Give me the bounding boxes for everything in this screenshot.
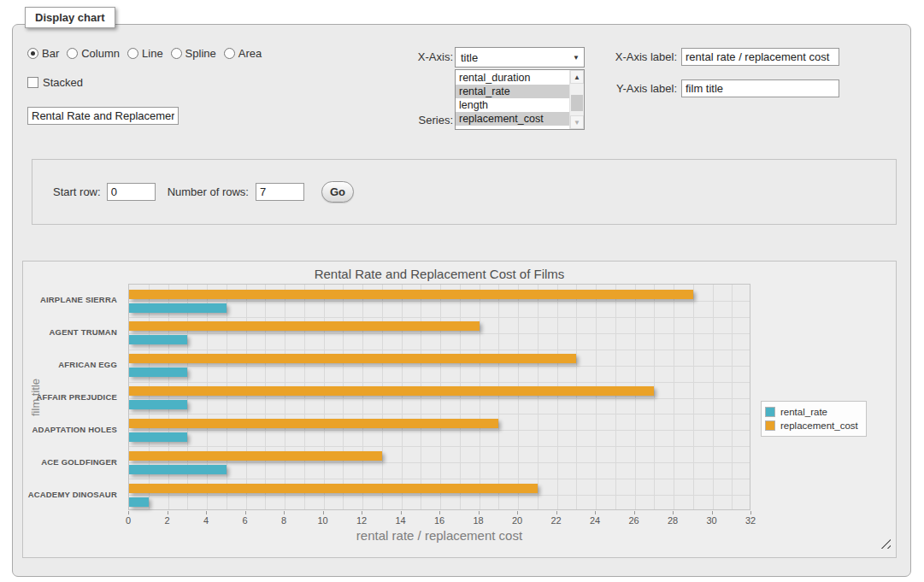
x-tick-mark: [128, 511, 129, 514]
x-tick-mark: [712, 511, 713, 514]
x-tick-mark: [362, 511, 362, 514]
radio-label: Area: [238, 47, 262, 60]
x-tick-label: 4: [192, 515, 220, 526]
x-tick-mark: [439, 511, 440, 514]
resize-grip-icon[interactable]: [880, 538, 891, 549]
gridline-horizontal: [129, 414, 750, 414]
gridline-vertical: [538, 285, 539, 509]
bar-replacement_cost: [129, 386, 654, 396]
x-tick-label: 30: [698, 515, 726, 526]
radio-bar[interactable]: [27, 48, 38, 59]
gridline-vertical: [324, 285, 325, 509]
gridline-vertical: [596, 285, 597, 509]
gridline-vertical: [693, 285, 694, 509]
x-axis-label-input[interactable]: [681, 48, 839, 66]
gridline-vertical: [382, 285, 383, 509]
gridline-vertical: [576, 285, 577, 509]
gridline-vertical: [440, 285, 441, 509]
x-tick-mark: [245, 511, 246, 514]
series-list-scrollbar[interactable]: ▲ ▼: [569, 70, 584, 129]
gridline-vertical: [304, 285, 305, 509]
x-tick-label: 32: [737, 515, 764, 526]
category-label: ADAPTATION HOLES: [28, 413, 123, 445]
gridline-vertical: [265, 285, 266, 509]
chart-type-group: BarColumnLineSplineArea: [27, 47, 262, 60]
category-label: AGENT TRUMAN: [28, 316, 123, 349]
x-tick-mark: [323, 511, 324, 514]
plot-area: [128, 284, 750, 510]
gridline-vertical: [732, 285, 733, 509]
bar-rental_rate: [129, 432, 187, 442]
series-listbox-options: rental_durationrental_ratelengthreplacem…: [456, 70, 569, 129]
bar-replacement_cost: [129, 290, 693, 299]
radio-label: Line: [142, 47, 163, 60]
radio-label: Column: [81, 47, 120, 60]
number-of-rows-input[interactable]: [256, 183, 304, 201]
series-listbox[interactable]: rental_durationrental_ratelengthreplacem…: [455, 69, 585, 130]
x-tick-mark: [556, 511, 557, 514]
chart-type-option-line[interactable]: Line: [127, 47, 163, 60]
row-range-panel: Start row: Number of rows: Go: [32, 159, 897, 225]
gridline-horizontal: [129, 430, 750, 431]
x-axis-label-caption: X-Axis label:: [604, 48, 677, 66]
y-axis-label-caption: Y-Axis label:: [604, 79, 677, 97]
gridline-horizontal: [129, 317, 750, 318]
gridline-horizontal: [129, 495, 750, 496]
y-axis-label-input[interactable]: [681, 79, 839, 97]
gridline-vertical: [615, 285, 616, 509]
x-tick-label: 14: [387, 515, 415, 526]
x-tick-mark: [595, 511, 596, 514]
panel-legend: Display chart: [25, 7, 115, 28]
bar-rental_rate: [129, 497, 149, 507]
scrollbar-thumb[interactable]: [571, 95, 583, 111]
x-tick-mark: [284, 511, 285, 514]
x-tick-mark: [517, 511, 518, 514]
x-tick-label: 26: [621, 515, 648, 526]
series-caption: Series:: [380, 114, 453, 126]
bar-rental_rate: [129, 335, 187, 344]
gridline-vertical: [498, 285, 499, 509]
chart-type-option-area[interactable]: Area: [224, 47, 262, 60]
chart-title-input[interactable]: [27, 107, 179, 125]
chart-type-option-bar[interactable]: Bar: [27, 47, 59, 60]
radio-label: Spline: [185, 47, 216, 60]
radio-spline[interactable]: [171, 48, 182, 59]
bar-rental_rate: [129, 400, 187, 409]
x-axis-title: rental rate / replacement cost: [128, 528, 750, 543]
chart-type-option-column[interactable]: Column: [67, 47, 120, 60]
bar-rental_rate: [129, 465, 227, 474]
category-label: ACADEMY DINOSAUR: [28, 478, 123, 510]
gridline-vertical: [149, 285, 150, 509]
scroll-down-icon[interactable]: ▼: [570, 115, 584, 129]
x-axis-select[interactable]: title ▼: [455, 47, 585, 68]
start-row-input[interactable]: [107, 183, 156, 201]
radio-line[interactable]: [127, 48, 138, 59]
chart-type-option-spline[interactable]: Spline: [171, 47, 216, 60]
series-option-rental_duration[interactable]: rental_duration: [456, 71, 569, 85]
radio-label: Bar: [42, 47, 59, 60]
stacked-checkbox[interactable]: [27, 77, 38, 88]
x-tick-mark: [401, 511, 402, 514]
scroll-up-icon[interactable]: ▲: [570, 70, 584, 84]
gridline-vertical: [207, 285, 208, 509]
radio-column[interactable]: [67, 48, 78, 59]
series-option-rental_rate[interactable]: rental_rate: [456, 85, 569, 98]
gridline-horizontal: [129, 366, 750, 367]
display-chart-panel: Display chart BarColumnLineSplineArea St…: [12, 24, 911, 577]
x-tick-label: 12: [348, 515, 375, 526]
gridline-horizontal: [129, 301, 750, 302]
gridline-vertical: [187, 285, 188, 509]
x-tick-label: 20: [503, 515, 531, 526]
radio-area[interactable]: [224, 48, 235, 59]
gridline-horizontal: [129, 446, 750, 447]
x-tick-label: 18: [465, 515, 492, 526]
gridline-vertical: [362, 285, 363, 509]
x-tick-mark: [479, 511, 480, 514]
series-option-replacement_cost[interactable]: replacement_cost: [456, 112, 569, 126]
gridline-vertical: [421, 285, 421, 509]
series-option-length[interactable]: length: [456, 98, 569, 112]
x-tick-label: 0: [115, 515, 142, 526]
x-tick-label: 2: [154, 515, 181, 526]
go-button[interactable]: Go: [321, 181, 354, 203]
gridline-vertical: [227, 285, 227, 509]
